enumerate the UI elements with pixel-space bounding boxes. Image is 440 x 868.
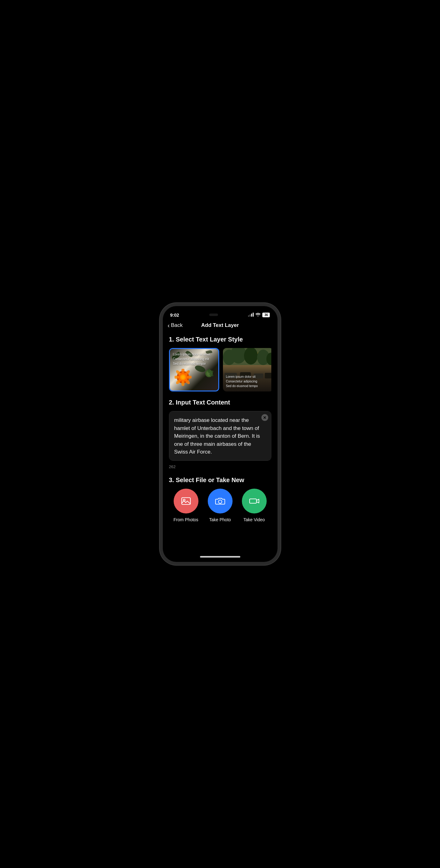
battery-icon: 36 bbox=[262, 313, 270, 317]
status-bar: 9:02 36 bbox=[163, 306, 277, 320]
style-card-1-bg: Lorem ipsum dolor sit ametConsectetur ad… bbox=[170, 349, 218, 391]
back-button[interactable]: ‹ Back bbox=[168, 322, 183, 329]
video-camera-icon bbox=[249, 495, 260, 507]
take-video-option[interactable]: Take Video bbox=[242, 489, 267, 522]
status-icons: 36 bbox=[248, 313, 270, 317]
volume-down-button bbox=[160, 358, 160, 369]
text-content-input[interactable]: military airbase located near the hamlet… bbox=[169, 411, 271, 461]
char-count: 262 bbox=[169, 464, 271, 469]
tree-silhouette bbox=[223, 348, 271, 365]
wifi-icon bbox=[256, 313, 261, 317]
style-card-1[interactable]: Lorem ipsum dolor sit ametConsectetur ad… bbox=[169, 348, 219, 392]
take-photo-button[interactable] bbox=[208, 489, 233, 514]
camera-notch bbox=[209, 314, 218, 316]
phone-frame: 9:02 36 bbox=[160, 303, 281, 565]
style-card-1-text: Lorem ipsum dolor sit ametConsectetur ad… bbox=[173, 352, 215, 366]
power-button bbox=[280, 349, 281, 371]
take-photo-label: Take Photo bbox=[209, 517, 231, 522]
back-chevron-icon: ‹ bbox=[168, 322, 170, 329]
svg-rect-27 bbox=[182, 498, 191, 504]
flower-green bbox=[204, 369, 214, 378]
photo-gallery-icon bbox=[180, 495, 192, 507]
take-video-button[interactable] bbox=[242, 489, 267, 514]
style-card-2-bg: Lorem ipsum dolor sitConsectetur adipisc… bbox=[223, 348, 271, 392]
style-section-heading: 1. Select Text Layer Style bbox=[169, 336, 271, 343]
text-input-wrapper: military airbase located near the hamlet… bbox=[169, 411, 271, 462]
status-time: 9:02 bbox=[170, 312, 179, 318]
scroll-content: 1. Select Text Layer Style bbox=[163, 331, 277, 551]
phone-screen: 9:02 36 bbox=[163, 306, 277, 562]
svg-point-29 bbox=[218, 500, 222, 503]
file-options: From Photos Take Photo bbox=[169, 489, 271, 522]
content-section-heading: 2. Input Text Content bbox=[169, 399, 271, 406]
flower-orange bbox=[175, 369, 192, 386]
signal-icon bbox=[248, 313, 253, 317]
silent-switch bbox=[160, 332, 160, 339]
svg-rect-30 bbox=[249, 499, 257, 503]
from-photos-button[interactable] bbox=[174, 489, 198, 514]
style-card-2-text: Lorem ipsum dolor sitConsectetur adipisc… bbox=[226, 374, 270, 389]
file-section-heading: 3. Select File or Take New bbox=[169, 476, 271, 484]
back-label: Back bbox=[171, 322, 183, 329]
home-indicator bbox=[163, 551, 277, 562]
style-selector: Lorem ipsum dolor sit ametConsectetur ad… bbox=[169, 348, 271, 392]
home-bar bbox=[200, 556, 240, 558]
svg-point-3 bbox=[181, 375, 185, 379]
nav-bar: ‹ Back Add Text Layer bbox=[163, 320, 277, 331]
camera-icon bbox=[214, 495, 226, 507]
clear-text-button[interactable]: ✕ bbox=[261, 414, 268, 421]
volume-up-button bbox=[160, 343, 160, 354]
from-photos-label: From Photos bbox=[173, 517, 198, 522]
take-photo-option[interactable]: Take Photo bbox=[208, 489, 233, 522]
from-photos-option[interactable]: From Photos bbox=[173, 489, 198, 522]
take-video-label: Take Video bbox=[243, 517, 265, 522]
page-title: Add Text Layer bbox=[201, 322, 239, 329]
style-card-2[interactable]: Lorem ipsum dolor sitConsectetur adipisc… bbox=[223, 348, 271, 392]
